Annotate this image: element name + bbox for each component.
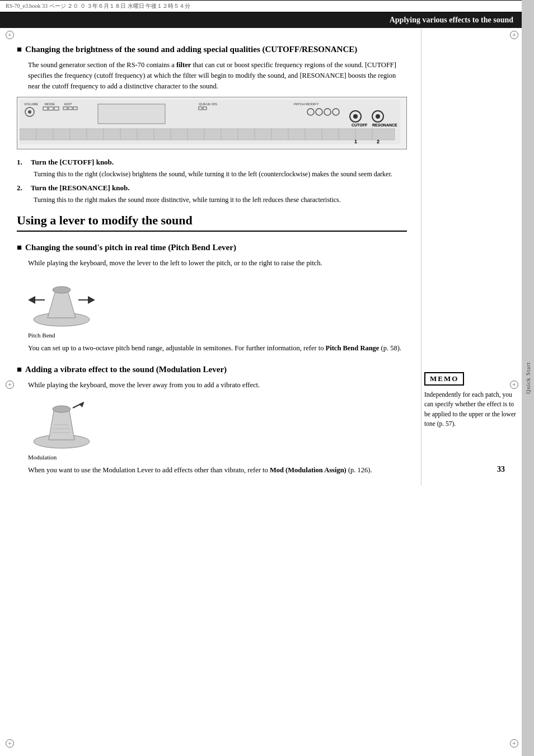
subsection2-intro: While playing the keyboard, move the lev… xyxy=(28,258,407,269)
svg-point-62 xyxy=(53,406,71,412)
svg-text:2: 2 xyxy=(377,139,380,144)
svg-text:MODE: MODE xyxy=(45,102,55,106)
right-column: MEMO Independently for each patch, you c… xyxy=(421,28,522,485)
step2-title: Turn the [RESONANCE] knob. xyxy=(31,184,130,192)
filter-word: filter xyxy=(176,61,191,69)
subsection3-desc-part1: When you want to use the Modulation Leve… xyxy=(28,466,270,474)
keyboard-diagram: VOLUME MODE EDIT xyxy=(17,97,407,149)
pitch-bend-lever-container xyxy=(25,278,98,330)
step2-num: 2. xyxy=(17,184,28,205)
section-title-bar: Applying various effects to the sound xyxy=(0,12,522,28)
svg-point-22 xyxy=(353,114,358,119)
subsection2-desc: You can set up to a two-octave pitch ben… xyxy=(28,343,407,354)
step1-desc: Turning this to the right (clockwise) br… xyxy=(34,169,407,179)
memo-text: Independently for each patch, you can sp… xyxy=(424,390,516,429)
svg-marker-56 xyxy=(28,296,35,304)
page-number: 33 xyxy=(497,465,505,474)
svg-marker-61 xyxy=(49,408,74,440)
memo-title: MEMO xyxy=(424,372,464,386)
header-japanese-text: RS-70_e3.book 33 ページ ２０ ０ ３年６月１８日 水曜日 午後… xyxy=(6,2,190,10)
step2-content: Turn the [RESONANCE] knob. Turning this … xyxy=(31,184,407,205)
svg-text:VOLUME: VOLUME xyxy=(24,102,38,106)
subsection3-desc: When you want to use the Modulation Leve… xyxy=(28,465,407,476)
subsection1-intro: The sound generator section of the RS-70… xyxy=(28,60,407,91)
step1-content: Turn the [CUTOFF] knob. Turning this to … xyxy=(31,158,407,179)
step-2: 2. Turn the [RESONANCE] knob. Turning th… xyxy=(17,184,407,205)
subsection3-intro: While playing the keyboard, move the lev… xyxy=(28,380,407,391)
svg-text:RESONANCE: RESONANCE xyxy=(372,123,397,127)
pitch-bend-range-ref: Pitch Bend Range xyxy=(326,344,380,352)
reg-mark-bot-right xyxy=(510,739,518,748)
left-column: Changing the brightness of the sound and… xyxy=(0,28,421,485)
reg-mark-bot-left xyxy=(6,739,14,748)
modulation-lever-container xyxy=(25,400,98,452)
main-section-heading-text: Using a lever to modify the sound xyxy=(17,213,193,227)
svg-point-55 xyxy=(53,287,71,293)
subsection3-heading-text: Adding a vibrato effect to the sound (Mo… xyxy=(25,365,227,374)
svg-rect-29 xyxy=(20,129,395,140)
svg-point-3 xyxy=(28,110,31,114)
pitch-bend-label: Pitch Bend xyxy=(28,332,407,339)
svg-text:EDIT: EDIT xyxy=(64,102,72,106)
step1-title: Turn the [CUTOFF] knob. xyxy=(31,158,114,166)
svg-point-26 xyxy=(376,114,380,119)
step1-num: 1. xyxy=(17,158,28,179)
subsection3-desc-part2: (p. 126). xyxy=(346,466,372,474)
section-title-text: Applying various effects to the sound xyxy=(390,16,513,24)
subsection2-heading-text: Changing the sound's pitch in real time … xyxy=(25,243,236,252)
subsection3-heading: Adding a vibrato effect to the sound (Mo… xyxy=(17,365,407,374)
subsection1-heading: Changing the brightness of the sound and… xyxy=(17,45,407,54)
modulation-label: Modulation xyxy=(28,454,407,461)
header-bar: RS-70_e3.book 33 ページ ２０ ０ ３年６月１８日 水曜日 午後… xyxy=(0,0,522,12)
step-1: 1. Turn the [CUTOFF] knob. Turning this … xyxy=(17,158,407,179)
mod-assign-ref: Mod (Modulation Assign) xyxy=(270,466,346,474)
memo-box: MEMO Independently for each patch, you c… xyxy=(424,369,516,431)
main-section-heading: Using a lever to modify the sound xyxy=(17,213,407,232)
subsection2-heading: Changing the sound's pitch in real time … xyxy=(17,243,407,252)
svg-text:QUEUE IDS: QUEUE IDS xyxy=(199,102,217,106)
svg-rect-12 xyxy=(98,104,165,124)
svg-text:PATCH MODIFY: PATCH MODIFY xyxy=(294,102,318,106)
svg-text:CUTOFF: CUTOFF xyxy=(352,123,368,127)
svg-text:1: 1 xyxy=(354,139,357,144)
svg-marker-58 xyxy=(88,296,95,304)
subsection1-heading-text: Changing the brightness of the sound and… xyxy=(25,45,357,54)
side-tab: Quick Start xyxy=(522,0,534,756)
side-tab-label: Quick Start xyxy=(525,362,531,394)
step2-desc: Turning this to the right makes the soun… xyxy=(34,195,407,205)
